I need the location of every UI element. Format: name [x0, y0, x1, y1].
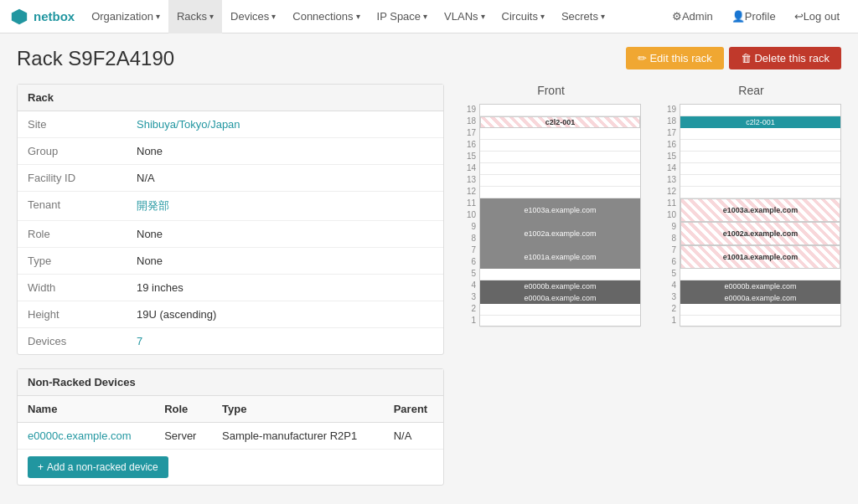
rack-device[interactable]: e1001a.example.com — [480, 245, 640, 269]
chevron-down-icon: ▾ — [356, 12, 360, 21]
rack-info-card: Rack SiteShibuya/Tokyo/JapanGroupNoneFac… — [17, 84, 444, 355]
rack-slot — [680, 187, 840, 198]
nav-devices[interactable]: Devices ▾ — [222, 0, 284, 33]
rack-slot — [480, 152, 640, 163]
brand-name: netbox — [34, 9, 75, 23]
col-role: Role — [154, 396, 212, 423]
rack-field-value: 19 inches — [127, 275, 443, 301]
left-panel: Rack SiteShibuya/Tokyo/JapanGroupNoneFac… — [17, 84, 444, 499]
rack-body: c2l2-001e1003a.example.come1002a.example… — [479, 104, 641, 327]
rack-slot — [480, 140, 640, 152]
rack-device[interactable]: e1001a.example.com — [680, 245, 840, 269]
rack-field-value[interactable]: 7 — [127, 328, 443, 355]
rack-device[interactable]: c2l2-001 — [480, 116, 640, 128]
rack-device[interactable]: e0000b.example.com — [480, 280, 640, 292]
nav-vlans[interactable]: VLANs ▾ — [436, 0, 493, 33]
page-header: Rack S9F2A4190 ✏ Edit this rack 🗑 Delete… — [17, 47, 841, 70]
nav-secrets[interactable]: Secrets ▾ — [553, 0, 613, 33]
user-icon: 👤 — [731, 10, 745, 23]
rack-field-value: None — [127, 248, 443, 275]
rack-slot — [680, 163, 840, 175]
nav-logout[interactable]: ↩ Log out — [786, 0, 848, 33]
rack-device[interactable]: e0000a.example.com — [480, 292, 640, 304]
nav-profile[interactable]: 👤 Profile — [723, 0, 784, 33]
rack-field-value: N/A — [127, 165, 443, 192]
rack-device[interactable]: e1002a.example.com — [680, 222, 840, 245]
non-racked-row: e0000c.example.comServerSample-manufactu… — [18, 423, 443, 450]
rack-device[interactable]: c2l2-001 — [680, 116, 840, 128]
signout-icon: ↩ — [794, 10, 804, 23]
nav-items: Organization ▾ Racks ▾ Devices ▾ Connect… — [83, 0, 664, 33]
rack-device[interactable]: e0000a.example.com — [680, 292, 840, 304]
rack-device[interactable]: e1002a.example.com — [480, 222, 640, 245]
rack-field-label: Facility ID — [18, 165, 127, 192]
plus-icon: + — [38, 461, 44, 473]
non-racked-body: Name Role Type Parent e0000c.example.com… — [18, 396, 443, 478]
rack-slot — [480, 163, 640, 175]
rack-device[interactable]: e1003a.example.com — [680, 198, 840, 222]
nav-racks[interactable]: Racks ▾ — [168, 0, 222, 33]
chevron-down-icon: ▾ — [156, 12, 160, 21]
rack-numbers: 19181716151413121110987654321 — [661, 104, 676, 327]
rack-slot — [680, 175, 840, 187]
rack-field-label: Type — [18, 248, 127, 275]
rack-slot — [480, 105, 640, 116]
rack-field-label: Height — [18, 301, 127, 328]
rack-slot — [680, 152, 840, 163]
chevron-down-icon: ▾ — [481, 12, 485, 21]
rear-rack-label: Rear — [661, 84, 841, 97]
chevron-down-icon: ▾ — [423, 12, 427, 21]
add-non-racked-button[interactable]: + Add a non-racked device — [28, 456, 168, 478]
rack-slot — [480, 304, 640, 316]
rack-device[interactable]: e0000b.example.com — [680, 280, 840, 292]
action-buttons: ✏ Edit this rack 🗑 Delete this rack — [626, 47, 841, 69]
chevron-down-icon: ▾ — [209, 12, 214, 21]
cog-icon: ⚙ — [672, 10, 682, 23]
rack-device[interactable]: e1003a.example.com — [480, 198, 640, 222]
rear-rack-container: 19181716151413121110987654321c2l2-001e10… — [661, 104, 841, 327]
rack-field-value[interactable]: 開発部 — [127, 192, 443, 221]
rack-field-label: Site — [18, 111, 127, 138]
rack-diagrams: Front 19181716151413121110987654321c2l2-… — [461, 84, 841, 327]
rack-body: c2l2-001e1003a.example.come1002a.example… — [680, 104, 841, 327]
rack-field-label: Tenant — [18, 192, 127, 221]
nav-ipspace[interactable]: IP Space ▾ — [369, 0, 437, 33]
rack-field-value[interactable]: Shibuya/Tokyo/Japan — [127, 111, 443, 138]
rack-field-label: Devices — [18, 328, 127, 355]
chevron-down-icon: ▾ — [271, 12, 276, 21]
rack-field-value: None — [127, 138, 443, 165]
page-title: Rack S9F2A4190 — [17, 47, 174, 70]
rack-slot — [680, 140, 840, 152]
edit-rack-button[interactable]: ✏ Edit this rack — [626, 47, 724, 69]
rack-slot — [680, 316, 840, 327]
non-racked-header: Non-Racked Devices — [18, 369, 443, 396]
rack-info-header: Rack — [18, 85, 443, 111]
front-rack-container: 19181716151413121110987654321c2l2-001e10… — [461, 104, 641, 327]
non-racked-card: Non-Racked Devices Name Role Type Parent… — [17, 368, 444, 486]
nav-right: ⚙ Admin 👤 Profile ↩ Log out — [664, 0, 848, 33]
svg-marker-0 — [12, 8, 27, 23]
nav-organization[interactable]: Organization ▾ — [83, 0, 168, 33]
nav-admin[interactable]: ⚙ Admin — [664, 0, 721, 33]
nav-connections[interactable]: Connections ▾ — [284, 0, 368, 33]
rack-slot — [480, 316, 640, 327]
content-row: Rack SiteShibuya/Tokyo/JapanGroupNoneFac… — [17, 84, 841, 499]
rack-field-label: Role — [18, 221, 127, 248]
non-racked-table: Name Role Type Parent e0000c.example.com… — [18, 396, 443, 450]
col-name: Name — [18, 396, 154, 423]
brand-logo[interactable]: netbox — [10, 8, 75, 26]
col-type: Type — [212, 396, 384, 423]
rack-slot — [680, 128, 840, 140]
delete-rack-button[interactable]: 🗑 Delete this rack — [729, 47, 841, 69]
rack-slot — [480, 175, 640, 187]
front-rack-diagram: Front 19181716151413121110987654321c2l2-… — [461, 84, 641, 327]
rack-slot — [480, 128, 640, 140]
rack-field-label: Width — [18, 275, 127, 301]
rack-slot — [680, 304, 840, 316]
chevron-down-icon: ▾ — [601, 12, 605, 21]
chevron-down-icon: ▾ — [540, 12, 545, 21]
rear-rack-diagram: Rear 19181716151413121110987654321c2l2-0… — [661, 84, 841, 327]
rack-field-value: None — [127, 221, 443, 248]
rack-slot — [680, 269, 840, 280]
nav-circuits[interactable]: Circuits ▾ — [494, 0, 553, 33]
